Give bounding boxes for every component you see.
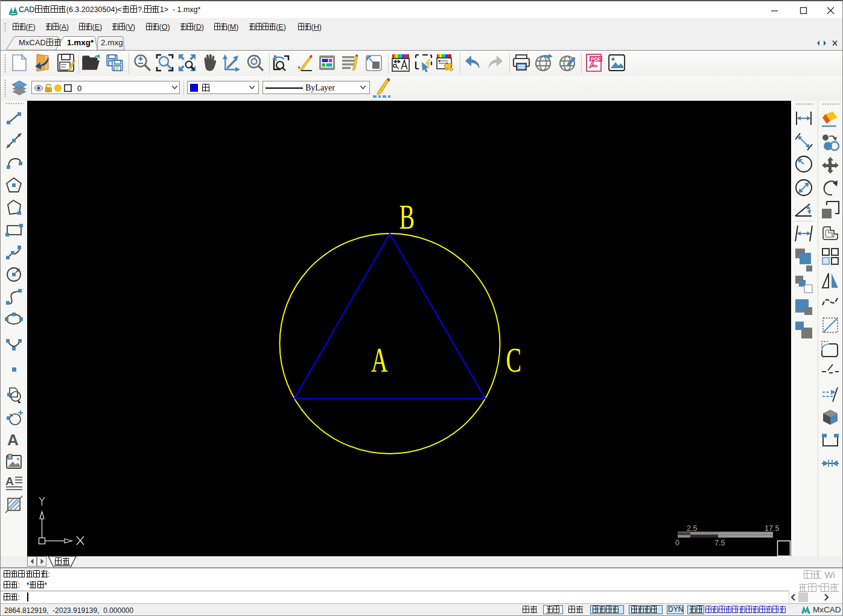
svg-text:A: A [5, 475, 14, 487]
svg-text:A: A [371, 340, 388, 379]
svg-text:B: B [399, 197, 415, 237]
svg-text:2.5: 2.5 [687, 524, 697, 533]
svg-text:17.5: 17.5 [765, 524, 779, 533]
svg-text:0: 0 [675, 539, 679, 547]
svg-text:C: C [506, 340, 522, 379]
svg-text:PDF: PDF [591, 56, 601, 62]
svg-text:7.5: 7.5 [714, 539, 725, 547]
svg-text:A: A [7, 431, 19, 448]
